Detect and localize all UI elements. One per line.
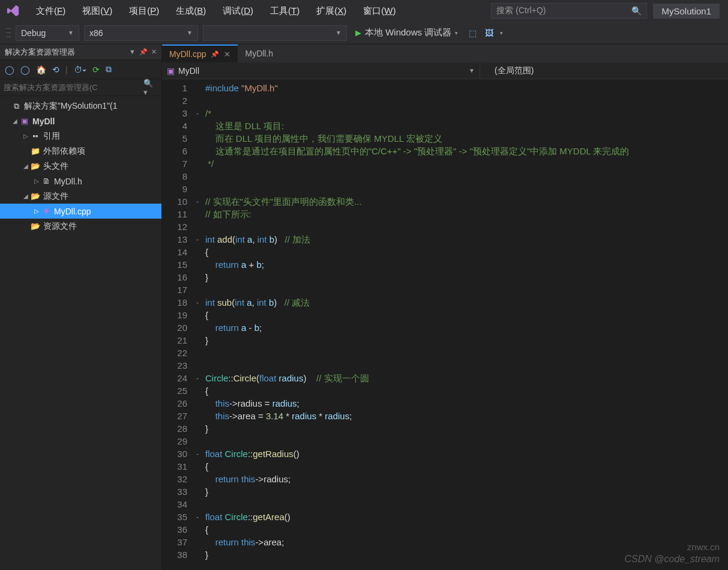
toolbar-overflow-icon[interactable]: ▾ [500,30,503,36]
fold-column[interactable]: - - - - - - - [193,79,202,570]
pin-icon[interactable]: 📌 [139,48,148,56]
tab-mydll-h[interactable]: MyDll.h [238,44,280,62]
references-node[interactable]: ▷▪▪引用 [0,129,161,144]
explorer-search-input[interactable] [4,83,141,92]
project-icon: ▣ [19,117,30,126]
folder-icon: 📂 [30,162,41,171]
menu-item[interactable]: 扩展(X) [308,2,355,20]
sync-icon[interactable]: ⟲ [52,65,59,74]
play-icon: ▶ [355,28,361,37]
menu-item[interactable]: 窗口(W) [355,2,404,20]
tab-mydll-cpp[interactable]: MyDll.cpp 📌 ✕ [162,44,238,62]
folder-icon: 📂 [30,192,41,201]
panel-toolbar: ◯ ◯ 🏠 ⟲ | ⏱▾ ⟳ ⧉ [0,60,161,79]
resources-folder[interactable]: 📂资源文件 [0,219,161,234]
panel-search: 🔍 ▾ [0,79,161,96]
main-toolbar: Debug▼ x86▼ ▼ ▶ 本地 Windows 调试器 ▾ ⬚ 🖼 ▾ [0,22,728,44]
menu-item[interactable]: 调试(D) [214,2,262,20]
menu-items: 文件(F)视图(V)项目(P)生成(B)调试(D)工具(T)扩展(X)窗口(W) [28,2,404,20]
home-icon[interactable]: 🏠 [36,65,46,74]
vs-logo-icon [5,2,22,19]
references-icon: ▪▪ [30,132,41,141]
code-content[interactable]: #include "MyDll.h" /* 这里是 DLL 项目: 而在 DLL… [202,79,728,570]
search-icon: 🔍 [631,6,642,16]
run-label: 本地 Windows 调试器 [365,27,451,38]
toolbar-icon-2[interactable]: 🖼 [483,27,495,39]
project-node[interactable]: ◢▣MyDll [0,114,161,129]
config-dropdown[interactable]: Debug▼ [16,25,79,41]
platform-dropdown[interactable]: x86▼ [84,25,198,41]
panel-header: 解决方案资源管理器 ▼ 📌 ✕ [0,44,161,60]
cpp-file-icon: ✚ [41,207,52,216]
start-debug-button[interactable]: ▶ 本地 Windows 调试器 ▾ [352,27,462,38]
scope-dropdown-left[interactable]: ▣ MyDll▼ [162,62,480,79]
tool-icon[interactable]: ⏱▾ [74,65,86,74]
menu-item[interactable]: 工具(T) [262,2,308,20]
dropdown-icon[interactable]: ▼ [129,48,136,56]
h-file-icon: 🗎 [41,177,52,186]
grip-icon [6,27,11,39]
toolbar-icon-1[interactable]: ⬚ [466,27,478,39]
menu-item[interactable]: 生成(B) [167,2,214,20]
target-dropdown[interactable]: ▼ [203,25,347,41]
solution-icon: ⧉ [11,102,22,111]
watermark-text: znwx.cn [687,541,720,553]
menubar: 文件(F)视图(V)项目(P)生成(B)调试(D)工具(T)扩展(X)窗口(W)… [0,0,728,22]
editor-tabs: MyDll.cpp 📌 ✕ MyDll.h [162,44,728,62]
search-placeholder: 搜索 (Ctrl+Q) [496,5,546,16]
headers-folder[interactable]: ◢📂头文件 [0,159,161,174]
watermark-text: CSDN @code_stream [624,553,720,565]
global-search-input[interactable]: 搜索 (Ctrl+Q) 🔍 [491,3,647,19]
sources-folder[interactable]: ◢📂源文件 [0,189,161,204]
code-editor[interactable]: 1234567891011121314151617181920212223242… [162,79,728,570]
close-icon[interactable]: ✕ [151,48,157,56]
solution-name-label: MySolution1 [653,4,720,19]
external-icon: 📁 [30,147,41,156]
header-file[interactable]: ▷🗎MyDll.h [0,174,161,189]
external-deps-node[interactable]: 📁外部依赖项 [0,144,161,159]
menu-item[interactable]: 项目(P) [121,2,167,20]
solution-tree: ⧉解决方案"MySolution1"(1 ◢▣MyDll ▷▪▪引用 📁外部依赖… [0,96,161,236]
chevron-down-icon: ▾ [455,30,458,36]
back-icon[interactable]: ◯ [5,65,14,74]
code-nav-bar: ▣ MyDll▼ (全局范围) [162,62,728,79]
show-all-icon[interactable]: ⧉ [106,64,112,74]
folder-icon: 📂 [30,222,41,231]
forward-icon[interactable]: ◯ [20,65,30,74]
project-icon: ▣ [167,66,175,76]
scope-dropdown-right[interactable]: (全局范围) [480,62,728,79]
pin-icon[interactable]: 📌 [211,50,219,58]
solution-explorer-panel: 解决方案资源管理器 ▼ 📌 ✕ ◯ ◯ 🏠 ⟲ | ⏱▾ ⟳ ⧉ 🔍 ▾ ⧉解决… [0,44,162,570]
line-number-gutter: 1234567891011121314151617181920212223242… [162,79,193,570]
search-icon[interactable]: 🔍 ▾ [143,79,158,97]
menu-item[interactable]: 视图(V) [74,2,121,20]
solution-node[interactable]: ⧉解决方案"MySolution1"(1 [0,99,161,114]
editor-area: MyDll.cpp 📌 ✕ MyDll.h ▣ MyDll▼ (全局范围) 12… [162,44,728,570]
close-icon[interactable]: ✕ [224,50,230,59]
source-file[interactable]: ▷✚MyDll.cpp [0,204,161,219]
refresh-icon[interactable]: ⟳ [92,65,100,74]
menu-item[interactable]: 文件(F) [28,2,74,20]
panel-title: 解决方案资源管理器 [5,47,75,58]
